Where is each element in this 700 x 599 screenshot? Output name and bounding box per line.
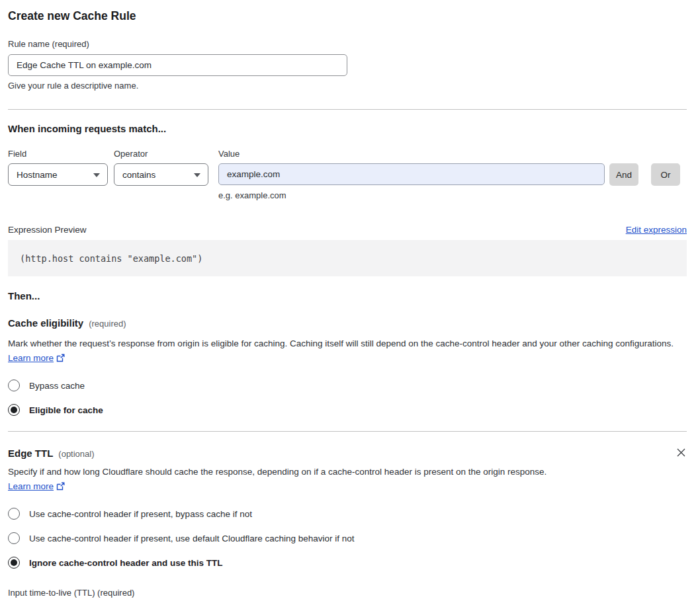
- radio-icon-checked[interactable]: [8, 404, 20, 416]
- or-button[interactable]: Or: [651, 163, 680, 186]
- learn-more-link[interactable]: Learn more: [8, 481, 54, 491]
- then-heading: Then...: [8, 290, 687, 301]
- expression-code-block: (http.host contains "example.com"): [8, 240, 687, 276]
- radio-option-bypass-cache[interactable]: Bypass cache: [8, 379, 687, 391]
- edge-ttl-optional-tag: (optional): [58, 449, 94, 459]
- and-button[interactable]: And: [609, 163, 638, 186]
- cache-eligibility-required-tag: (required): [89, 319, 126, 329]
- radio-option-eligible-for-cache[interactable]: Eligible for cache: [8, 404, 687, 416]
- cache-eligibility-options: Bypass cache Eligible for cache: [8, 379, 687, 416]
- external-link-icon: [56, 481, 65, 495]
- ttl-input-label: Input time-to-live (TTL) (required): [8, 588, 687, 598]
- edge-ttl-title: Edge TTL: [8, 448, 53, 459]
- field-select[interactable]: Hostname: [8, 163, 108, 186]
- section-divider: [8, 431, 687, 432]
- edge-ttl-header: Edge TTL (optional): [8, 448, 687, 459]
- radio-option-use-header-default[interactable]: Use cache-control header if present, use…: [8, 532, 687, 544]
- learn-more-link[interactable]: Learn more: [8, 353, 54, 363]
- value-helper: e.g. example.com: [218, 190, 687, 200]
- field-label: Field: [8, 149, 114, 159]
- cache-eligibility-description: Mark whether the request’s response from…: [8, 337, 676, 367]
- radio-option-label: Use cache-control header if present, byp…: [29, 509, 252, 519]
- create-cache-rule-form: Create new Cache Rule Rule name (require…: [0, 0, 700, 599]
- radio-icon[interactable]: [8, 379, 20, 391]
- value-input[interactable]: [218, 163, 605, 185]
- radio-option-label: Use cache-control header if present, use…: [29, 534, 355, 543]
- operator-select-value: contains: [122, 170, 155, 180]
- expression-code: (http.host contains "example.com"): [20, 253, 202, 264]
- edge-ttl-description: Specify if and how long Cloudflare shoul…: [8, 465, 558, 495]
- cache-eligibility-title: Cache eligibility: [8, 317, 83, 329]
- chevron-down-icon: [194, 173, 200, 177]
- match-row: Hostname contains And Or: [8, 163, 687, 186]
- radio-option-ignore-header-use-ttl[interactable]: Ignore cache-control header and use this…: [8, 557, 687, 569]
- operator-label: Operator: [114, 149, 218, 159]
- section-divider: [8, 109, 687, 110]
- rule-name-helper: Give your rule a descriptive name.: [8, 81, 687, 91]
- radio-option-label: Eligible for cache: [29, 405, 103, 415]
- page-title: Create new Cache Rule: [8, 9, 687, 23]
- close-icon[interactable]: [675, 446, 687, 458]
- expression-preview-row: Expression Preview Edit expression: [8, 225, 687, 235]
- external-link-icon: [56, 352, 65, 367]
- field-select-value: Hostname: [17, 170, 58, 180]
- radio-icon[interactable]: [8, 508, 20, 520]
- value-label: Value: [218, 149, 240, 159]
- radio-icon[interactable]: [8, 532, 20, 544]
- radio-option-use-header-bypass[interactable]: Use cache-control header if present, byp…: [8, 508, 687, 520]
- rule-name-input[interactable]: [8, 54, 347, 76]
- rule-name-label: Rule name (required): [8, 39, 687, 49]
- radio-option-label: Ignore cache-control header and use this…: [29, 558, 223, 568]
- radio-icon-checked[interactable]: [8, 557, 20, 569]
- cache-eligibility-header: Cache eligibility (required): [8, 317, 687, 329]
- chevron-down-icon: [93, 173, 100, 177]
- operator-select[interactable]: contains: [114, 163, 208, 186]
- match-heading: When incoming requests match...: [8, 123, 687, 134]
- edge-ttl-description-text: Specify if and how long Cloudflare shoul…: [8, 467, 547, 477]
- cache-eligibility-description-text: Mark whether the request’s response from…: [8, 339, 674, 348]
- expression-preview-label: Expression Preview: [8, 225, 87, 235]
- edit-expression-link[interactable]: Edit expression: [626, 225, 687, 235]
- edge-ttl-options: Use cache-control header if present, byp…: [8, 508, 687, 569]
- match-column-labels: Field Operator Value: [8, 149, 687, 159]
- radio-option-label: Bypass cache: [29, 381, 85, 391]
